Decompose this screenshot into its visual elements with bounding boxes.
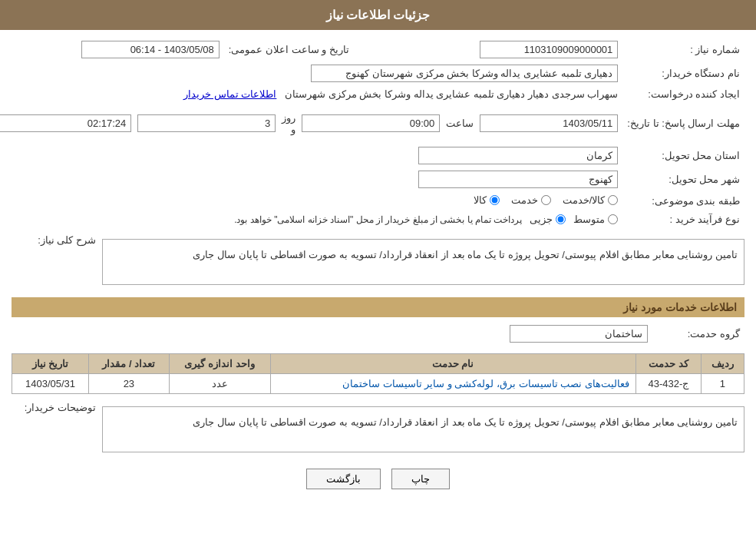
description-label: شرح کلی نیاز: — [12, 234, 96, 246]
province-label: استان محل تحویل: — [622, 144, 744, 167]
send-time-label: ساعت — [446, 118, 474, 129]
process-option-jozi[interactable]: جزیی — [530, 214, 566, 225]
col-header-qty: تعداد / مقدار — [89, 354, 170, 374]
cell-quantity: 23 — [89, 374, 170, 394]
col-header-row: ردیف — [701, 354, 744, 374]
process-note: پرداخت تمام یا بخشی از مبلغ خریدار از مح… — [234, 214, 522, 225]
print-button[interactable]: چاپ — [391, 469, 450, 489]
announce-value: 1403/05/08 - 06:14 — [81, 41, 220, 58]
info-table: شماره نیاز : 1103109009000001 تاریخ و سا… — [0, 38, 744, 228]
cell-name: فعالیت‌های نصب تاسیسات برق، لوله‌کشی و س… — [270, 374, 636, 394]
need-number-value: 1103109009000001 — [480, 41, 618, 58]
page-title: جزئیات اطلاعات نیاز — [326, 8, 431, 22]
send-time-value: 09:00 — [302, 114, 440, 132]
send-remaining-value: 02:17:24 — [0, 114, 131, 132]
send-date-value: 1403/05/11 — [480, 114, 618, 132]
group-service-table: گروه حدمت: ساختمان — [12, 322, 744, 346]
city-label: شهر محل تحویل: — [622, 167, 744, 191]
creator-label: ایجاد کننده درخواست: — [622, 85, 744, 103]
col-header-date: تاریخ نیاز — [12, 354, 89, 374]
process-jozi-label: جزیی — [530, 214, 553, 225]
col-header-name: نام حدمت — [270, 354, 636, 374]
services-table: ردیف کد حدمت نام حدمت واحد اندازه گیری ت… — [12, 353, 744, 394]
send-days-value: 3 — [137, 114, 276, 132]
category-kala-label: کالا — [474, 194, 487, 206]
process-motavasset-label: متوسط — [573, 214, 605, 225]
services-section-title: اطلاعات خدمات مورد نیاز — [12, 297, 744, 317]
table-row: 1 ج-432-43 فعالیت‌های نصب تاسیسات برق، ل… — [12, 374, 744, 394]
category-option-kala[interactable]: کالا — [474, 194, 500, 206]
category-option-khadamat[interactable]: خدمت — [511, 194, 551, 206]
process-label: نوع فرآیند خرید : — [622, 210, 744, 228]
cell-unit: عدد — [169, 374, 270, 394]
send-date-label: مهلت ارسال پاسخ: تا تاریخ: — [622, 103, 744, 144]
page-header: جزئیات اطلاعات نیاز — [0, 0, 756, 30]
province-value: کرمان — [418, 147, 618, 164]
process-option-motavasset[interactable]: متوسط — [573, 214, 618, 225]
cell-date: 1403/05/31 — [12, 374, 89, 394]
description-text: تامین روشنایی معابر مطابق افلام پیوستی/ … — [102, 239, 744, 285]
announce-label: تاریخ و ساعت اعلان عمومی: — [224, 38, 354, 61]
buyer-notes-text: تامین روشنایی معابر مطابق افلام پیوستی/ … — [102, 406, 744, 452]
col-header-unit: واحد اندازه گیری — [169, 354, 270, 374]
col-header-code: کد حدمت — [636, 354, 701, 374]
buyer-notes-section: تامین روشنایی معابر مطابق افلام پیوستی/ … — [12, 402, 744, 457]
description-section: تامین روشنایی معابر مطابق افلام پیوستی/ … — [12, 234, 744, 290]
buttons-row: چاپ بازگشت — [12, 469, 744, 489]
services-table-container: ردیف کد حدمت نام حدمت واحد اندازه گیری ت… — [12, 353, 744, 394]
creator-contact-link[interactable]: اطلاعات تماس خریدار — [183, 88, 276, 100]
send-days-label: روز و — [282, 112, 295, 135]
back-button[interactable]: بازگشت — [306, 469, 381, 489]
cell-row: 1 — [701, 374, 744, 394]
category-kala-khadamat-label: کالا/خدمت — [563, 194, 606, 206]
buyer-org-label: نام دستگاه خریدار: — [622, 61, 744, 85]
need-number-label: شماره نیاز : — [622, 38, 744, 61]
buyer-org-value: دهیاری تلمبه عشایری یداله وشرکا بخش مرکز… — [311, 65, 618, 82]
group-service-label: گروه حدمت: — [652, 322, 744, 346]
group-service-value: ساختمان — [510, 325, 648, 343]
category-label: طبقه بندی موضوعی: — [622, 191, 744, 210]
buyer-notes-label: توضیحات خریدار: — [12, 402, 96, 413]
cell-code: ج-432-43 — [636, 374, 701, 394]
category-khadamat-label: خدمت — [511, 194, 538, 206]
category-option-kala-khadamat[interactable]: کالا/خدمت — [563, 194, 619, 206]
creator-value: سهراب سرجدی دهیار دهیاری تلمبه عشایری ید… — [285, 88, 618, 100]
city-value: کهنوج — [418, 171, 618, 188]
